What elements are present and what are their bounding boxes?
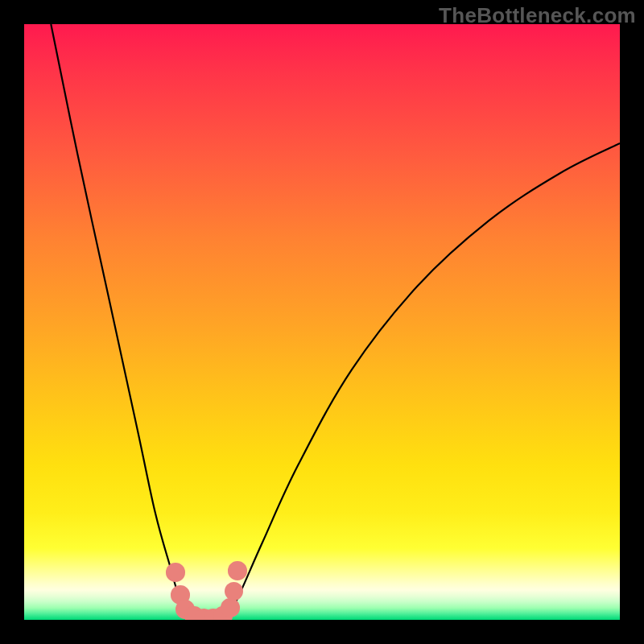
data-marker	[228, 561, 247, 580]
marker-layer	[24, 24, 620, 620]
watermark-text: TheBottleneck.com	[439, 3, 636, 28]
data-marker	[221, 598, 240, 617]
chart-container: TheBottleneck.com	[0, 0, 644, 644]
plot-area	[24, 24, 620, 620]
data-marker	[225, 582, 244, 601]
data-marker	[166, 563, 185, 582]
